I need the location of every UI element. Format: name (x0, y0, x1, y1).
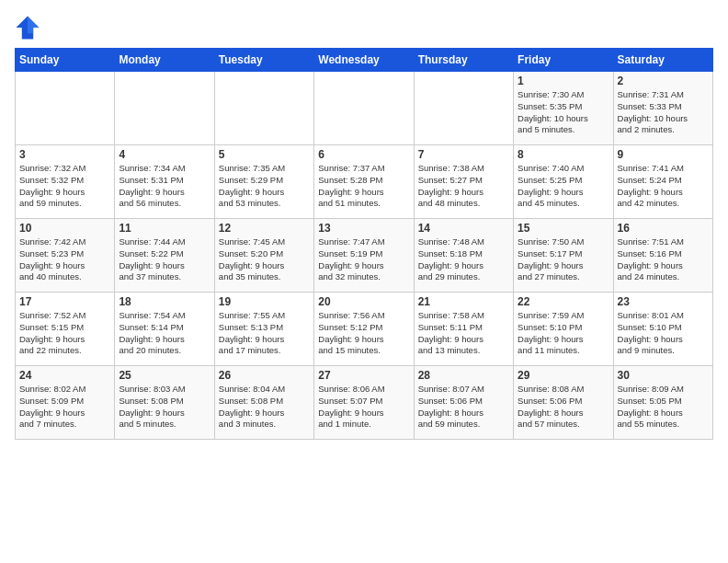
calendar-cell: 3Sunrise: 7:32 AM Sunset: 5:32 PM Daylig… (16, 145, 115, 219)
logo-icon (15, 15, 40, 40)
day-number: 7 (418, 148, 509, 161)
day-number: 9 (618, 148, 709, 161)
calendar-cell: 13Sunrise: 7:47 AM Sunset: 5:19 PM Dayli… (314, 219, 414, 293)
page-header (15, 15, 713, 40)
calendar-cell: 9Sunrise: 7:41 AM Sunset: 5:24 PM Daylig… (613, 145, 712, 219)
calendar-cell (214, 72, 313, 145)
cell-content: Sunrise: 7:40 AM Sunset: 5:25 PM Dayligh… (518, 163, 609, 210)
calendar-cell: 22Sunrise: 7:59 AM Sunset: 5:10 PM Dayli… (514, 293, 613, 366)
cell-content: Sunrise: 7:31 AM Sunset: 5:33 PM Dayligh… (618, 89, 709, 136)
calendar-cell: 17Sunrise: 7:52 AM Sunset: 5:15 PM Dayli… (16, 293, 115, 366)
day-number: 27 (318, 369, 409, 382)
day-number: 26 (219, 369, 310, 382)
day-number: 18 (119, 295, 210, 308)
day-number: 3 (19, 148, 110, 161)
day-number: 5 (219, 148, 310, 161)
svg-marker-1 (28, 17, 39, 34)
calendar-cell: 25Sunrise: 8:03 AM Sunset: 5:08 PM Dayli… (115, 366, 214, 440)
day-number: 8 (518, 148, 609, 161)
calendar-cell: 18Sunrise: 7:54 AM Sunset: 5:14 PM Dayli… (115, 293, 214, 366)
day-number: 17 (19, 295, 110, 308)
day-number: 13 (318, 222, 409, 235)
calendar-cell: 19Sunrise: 7:55 AM Sunset: 5:13 PM Dayli… (214, 293, 313, 366)
cell-content: Sunrise: 7:34 AM Sunset: 5:31 PM Dayligh… (119, 163, 210, 210)
cell-content: Sunrise: 8:08 AM Sunset: 5:06 PM Dayligh… (518, 384, 609, 431)
day-number: 19 (219, 295, 310, 308)
cell-content: Sunrise: 8:09 AM Sunset: 5:05 PM Dayligh… (618, 384, 709, 431)
calendar-cell: 30Sunrise: 8:09 AM Sunset: 5:05 PM Dayli… (613, 366, 712, 440)
header-row: SundayMondayTuesdayWednesdayThursdayFrid… (16, 49, 713, 72)
cell-content: Sunrise: 7:55 AM Sunset: 5:13 PM Dayligh… (219, 310, 310, 357)
day-number: 11 (119, 222, 210, 235)
cell-content: Sunrise: 7:58 AM Sunset: 5:11 PM Dayligh… (418, 310, 509, 357)
calendar-cell: 23Sunrise: 8:01 AM Sunset: 5:10 PM Dayli… (613, 293, 712, 366)
calendar-cell: 20Sunrise: 7:56 AM Sunset: 5:12 PM Dayli… (314, 293, 414, 366)
day-number: 30 (618, 369, 709, 382)
calendar-cell: 10Sunrise: 7:42 AM Sunset: 5:23 PM Dayli… (16, 219, 115, 293)
day-number: 15 (518, 222, 609, 235)
calendar-cell: 4Sunrise: 7:34 AM Sunset: 5:31 PM Daylig… (115, 145, 214, 219)
day-number: 4 (119, 148, 210, 161)
calendar-cell (16, 72, 115, 145)
cell-content: Sunrise: 7:48 AM Sunset: 5:18 PM Dayligh… (418, 236, 509, 283)
page-container: SundayMondayTuesdayWednesdayThursdayFrid… (0, 0, 728, 447)
calendar-cell: 28Sunrise: 8:07 AM Sunset: 5:06 PM Dayli… (414, 366, 513, 440)
header-cell-tuesday: Tuesday (214, 49, 313, 72)
cell-content: Sunrise: 7:42 AM Sunset: 5:23 PM Dayligh… (19, 236, 110, 283)
calendar-cell: 26Sunrise: 8:04 AM Sunset: 5:08 PM Dayli… (214, 366, 313, 440)
day-number: 22 (518, 295, 609, 308)
calendar-cell: 14Sunrise: 7:48 AM Sunset: 5:18 PM Dayli… (414, 219, 513, 293)
calendar-cell (314, 72, 414, 145)
header-cell-sunday: Sunday (16, 49, 115, 72)
day-number: 6 (318, 148, 409, 161)
cell-content: Sunrise: 7:32 AM Sunset: 5:32 PM Dayligh… (19, 163, 110, 210)
header-cell-thursday: Thursday (414, 49, 513, 72)
calendar-table: SundayMondayTuesdayWednesdayThursdayFrid… (15, 48, 713, 440)
header-cell-friday: Friday (514, 49, 613, 72)
header-cell-monday: Monday (115, 49, 214, 72)
week-row-1: 3Sunrise: 7:32 AM Sunset: 5:32 PM Daylig… (16, 145, 713, 219)
calendar-cell: 15Sunrise: 7:50 AM Sunset: 5:17 PM Dayli… (514, 219, 613, 293)
calendar-cell: 8Sunrise: 7:40 AM Sunset: 5:25 PM Daylig… (514, 145, 613, 219)
cell-content: Sunrise: 7:41 AM Sunset: 5:24 PM Dayligh… (618, 163, 709, 210)
day-number: 23 (618, 295, 709, 308)
day-number: 2 (618, 75, 709, 87)
cell-content: Sunrise: 8:02 AM Sunset: 5:09 PM Dayligh… (19, 384, 110, 431)
week-row-4: 24Sunrise: 8:02 AM Sunset: 5:09 PM Dayli… (16, 366, 713, 440)
logo (15, 15, 42, 40)
calendar-cell: 6Sunrise: 7:37 AM Sunset: 5:28 PM Daylig… (314, 145, 414, 219)
calendar-cell: 1Sunrise: 7:30 AM Sunset: 5:35 PM Daylig… (514, 72, 613, 145)
cell-content: Sunrise: 8:06 AM Sunset: 5:07 PM Dayligh… (318, 384, 409, 431)
cell-content: Sunrise: 7:47 AM Sunset: 5:19 PM Dayligh… (318, 236, 409, 283)
day-number: 1 (518, 75, 609, 87)
calendar-cell: 21Sunrise: 7:58 AM Sunset: 5:11 PM Dayli… (414, 293, 513, 366)
calendar-cell: 7Sunrise: 7:38 AM Sunset: 5:27 PM Daylig… (414, 145, 513, 219)
cell-content: Sunrise: 7:59 AM Sunset: 5:10 PM Dayligh… (518, 310, 609, 357)
cell-content: Sunrise: 7:56 AM Sunset: 5:12 PM Dayligh… (318, 310, 409, 357)
day-number: 21 (418, 295, 509, 308)
header-cell-saturday: Saturday (613, 49, 712, 72)
week-row-3: 17Sunrise: 7:52 AM Sunset: 5:15 PM Dayli… (16, 293, 713, 366)
calendar-cell: 11Sunrise: 7:44 AM Sunset: 5:22 PM Dayli… (115, 219, 214, 293)
cell-content: Sunrise: 7:50 AM Sunset: 5:17 PM Dayligh… (518, 236, 609, 283)
cell-content: Sunrise: 7:38 AM Sunset: 5:27 PM Dayligh… (418, 163, 509, 210)
day-number: 29 (518, 369, 609, 382)
cell-content: Sunrise: 7:35 AM Sunset: 5:29 PM Dayligh… (219, 163, 310, 210)
calendar-cell (414, 72, 513, 145)
day-number: 24 (19, 369, 110, 382)
day-number: 28 (418, 369, 509, 382)
cell-content: Sunrise: 7:44 AM Sunset: 5:22 PM Dayligh… (119, 236, 210, 283)
calendar-cell: 5Sunrise: 7:35 AM Sunset: 5:29 PM Daylig… (214, 145, 313, 219)
day-number: 10 (19, 222, 110, 235)
week-row-0: 1Sunrise: 7:30 AM Sunset: 5:35 PM Daylig… (16, 72, 713, 145)
calendar-cell: 12Sunrise: 7:45 AM Sunset: 5:20 PM Dayli… (214, 219, 313, 293)
cell-content: Sunrise: 8:04 AM Sunset: 5:08 PM Dayligh… (219, 384, 310, 431)
calendar-cell: 16Sunrise: 7:51 AM Sunset: 5:16 PM Dayli… (613, 219, 712, 293)
cell-content: Sunrise: 7:54 AM Sunset: 5:14 PM Dayligh… (119, 310, 210, 357)
cell-content: Sunrise: 8:03 AM Sunset: 5:08 PM Dayligh… (119, 384, 210, 431)
calendar-cell: 29Sunrise: 8:08 AM Sunset: 5:06 PM Dayli… (514, 366, 613, 440)
calendar-cell: 24Sunrise: 8:02 AM Sunset: 5:09 PM Dayli… (16, 366, 115, 440)
cell-content: Sunrise: 7:51 AM Sunset: 5:16 PM Dayligh… (618, 236, 709, 283)
day-number: 12 (219, 222, 310, 235)
cell-content: Sunrise: 7:37 AM Sunset: 5:28 PM Dayligh… (318, 163, 409, 210)
